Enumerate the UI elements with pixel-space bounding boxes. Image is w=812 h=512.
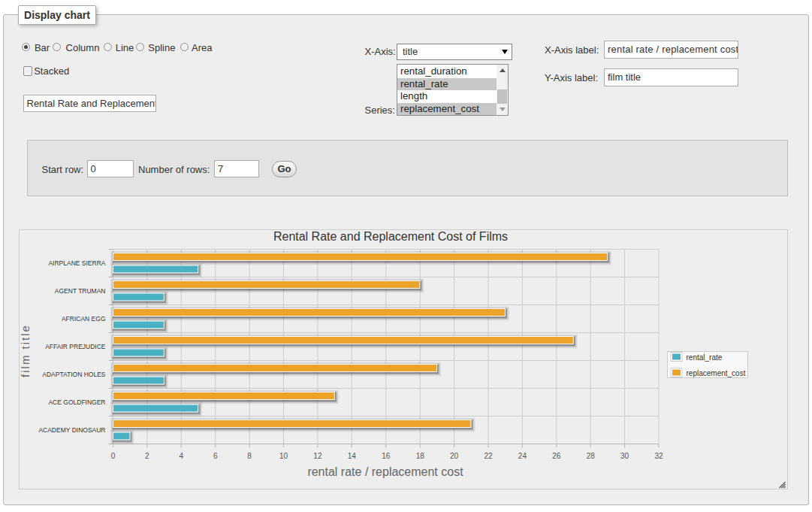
svg-text:10: 10	[279, 452, 288, 460]
svg-text:22: 22	[484, 452, 493, 460]
svg-text:30: 30	[620, 452, 629, 460]
svg-text:ACADEMY DINOSAUR: ACADEMY DINOSAUR	[38, 426, 105, 434]
svg-text:AIRPLANE SIERRA: AIRPLANE SIERRA	[48, 259, 105, 267]
svg-text:rental rate / replacement cost: rental rate / replacement cost	[307, 465, 463, 477]
svg-text:AFFAIR PREJUDICE: AFFAIR PREJUDICE	[45, 343, 106, 350]
svg-text:26: 26	[552, 452, 561, 460]
svg-text:32: 32	[654, 452, 663, 460]
svg-text:16: 16	[382, 452, 391, 460]
svg-text:14: 14	[347, 452, 356, 460]
svg-text:ADAPTATION HOLES: ADAPTATION HOLES	[42, 371, 106, 378]
svg-text:20: 20	[450, 452, 459, 460]
svg-text:18: 18	[415, 452, 424, 460]
svg-text:24: 24	[518, 452, 527, 460]
svg-text:replacement_cost: replacement_cost	[686, 368, 745, 377]
svg-text:Rental Rate and Replacement Co: Rental Rate and Replacement Cost of Film…	[273, 229, 507, 242]
svg-text:2: 2	[145, 452, 149, 460]
svg-text:AGENT TRUMAN: AGENT TRUMAN	[54, 287, 105, 295]
svg-text:6: 6	[213, 452, 217, 460]
svg-text:28: 28	[586, 452, 595, 460]
svg-text:AFRICAN EGG: AFRICAN EGG	[61, 315, 105, 323]
svg-text:0: 0	[110, 452, 115, 460]
svg-text:ACE GOLDFINGER: ACE GOLDFINGER	[48, 398, 105, 406]
svg-text:rental_rate: rental_rate	[686, 353, 722, 361]
svg-text:film title: film title	[19, 324, 32, 377]
svg-text:4: 4	[179, 452, 183, 460]
svg-text:8: 8	[247, 452, 252, 460]
svg-text:12: 12	[313, 452, 322, 460]
